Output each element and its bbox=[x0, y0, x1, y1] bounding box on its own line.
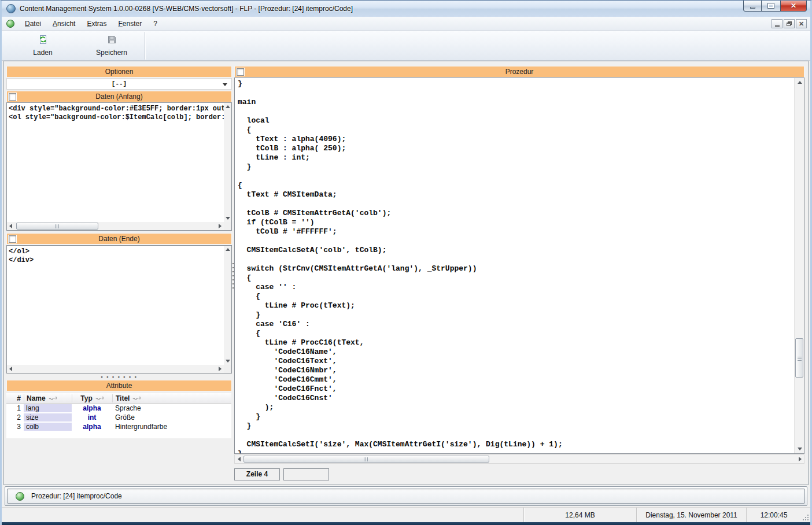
speichern-label: Speichern bbox=[96, 49, 127, 57]
daten-anfang-checkbox[interactable] bbox=[9, 93, 16, 101]
restore-icon bbox=[787, 21, 792, 26]
scroll-up-icon[interactable] bbox=[795, 78, 804, 87]
attribute-table: # Name Typ Titel 1 la bbox=[6, 393, 231, 438]
laden-button[interactable]: Laden bbox=[11, 33, 75, 58]
squiggle-sort-icon bbox=[132, 394, 141, 402]
squiggle-sort-icon bbox=[49, 394, 57, 402]
table-row[interactable]: 2 size int Größe bbox=[6, 413, 231, 422]
menu-item-help[interactable]: ? bbox=[147, 18, 163, 29]
mdi-close-button[interactable]: ✕ bbox=[796, 19, 807, 28]
taskbar-item[interactable]: Prozedur: [24] itemproc/Code bbox=[7, 489, 805, 504]
mdi-restore-button[interactable] bbox=[784, 19, 795, 28]
window-bottom-border bbox=[2, 522, 810, 525]
menu-item-datei[interactable]: Datei bbox=[19, 18, 47, 29]
left-panel: Optionen [--] Daten (Anfang) <div style=… bbox=[6, 66, 232, 482]
line-indicator: Zeile 4 bbox=[234, 468, 280, 480]
prozedur-header: Prozedur bbox=[234, 66, 804, 77]
editor-status-row: Zeile 4 bbox=[234, 468, 329, 480]
vertical-scrollbar[interactable] bbox=[224, 246, 231, 365]
scroll-left-icon[interactable] bbox=[235, 455, 243, 463]
status-time: 12:00:45 bbox=[746, 508, 801, 523]
scrollbar-corner bbox=[224, 365, 231, 373]
horizontal-splitter-handle[interactable]: ▪ ▪ ▪ ▪ ▪ ▪ ▪ bbox=[6, 375, 232, 379]
globe-icon bbox=[6, 4, 16, 13]
daten-anfang-box: <div style="background-color:#E3E5FF; bo… bbox=[6, 102, 232, 231]
optionen-dropdown[interactable]: [--] bbox=[6, 78, 232, 90]
scroll-up-icon[interactable] bbox=[224, 246, 231, 253]
window-title: Content Management System 1.0.00-0268 [V… bbox=[20, 5, 353, 13]
mdi-taskbar: Prozedur: [24] itemproc/Code bbox=[2, 485, 810, 507]
title-bar[interactable]: Content Management System 1.0.00-0268 [V… bbox=[2, 1, 810, 17]
menu-item-fenster[interactable]: Fenster bbox=[112, 18, 147, 29]
status-box-empty bbox=[283, 468, 329, 480]
resize-grip[interactable] bbox=[801, 508, 810, 523]
code-panel: Prozedur } main local { tText : alpha(40… bbox=[234, 66, 804, 482]
table-row[interactable]: 3 colb alpha Hintergrundfarbe bbox=[6, 422, 231, 431]
scroll-right-icon[interactable] bbox=[796, 455, 804, 463]
daten-ende-header: Daten (Ende) bbox=[6, 233, 232, 245]
scrollbar-thumb[interactable] bbox=[795, 338, 803, 378]
scroll-right-icon[interactable] bbox=[216, 222, 224, 230]
memory-usage: 12,64 MB bbox=[523, 508, 636, 523]
attribute-title: Attribute bbox=[106, 382, 132, 390]
daten-anfang-header: Daten (Anfang) bbox=[6, 91, 232, 102]
scroll-left-icon[interactable] bbox=[7, 365, 14, 373]
speichern-button[interactable]: Speichern bbox=[80, 33, 143, 58]
horizontal-scrollbar[interactable] bbox=[234, 454, 804, 464]
laden-label: Laden bbox=[33, 49, 52, 57]
vertical-scrollbar[interactable] bbox=[794, 78, 804, 453]
table-header-row[interactable]: # Name Typ Titel bbox=[6, 393, 231, 404]
vertical-scrollbar[interactable] bbox=[224, 103, 231, 222]
column-header-typ[interactable]: Typ bbox=[72, 394, 112, 402]
horizontal-scrollbar[interactable] bbox=[7, 222, 224, 230]
squiggle-sort-icon bbox=[95, 394, 104, 402]
maximize-button[interactable] bbox=[762, 1, 780, 12]
taskbar-item-label: Prozedur: [24] itemproc/Code bbox=[31, 492, 122, 500]
scroll-down-icon[interactable] bbox=[224, 215, 231, 222]
menu-item-ansicht[interactable]: Ansicht bbox=[47, 18, 81, 29]
code-editor-box: } main local { tText : alpha(4096); tCol… bbox=[234, 77, 804, 454]
daten-anfang-title: Daten (Anfang) bbox=[95, 93, 142, 101]
attribute-header: Attribute bbox=[6, 380, 232, 391]
green-orb-icon bbox=[6, 20, 14, 28]
status-section-empty bbox=[2, 508, 523, 523]
daten-ende-box: </ol> </div> bbox=[6, 245, 232, 374]
chevron-down-icon bbox=[223, 83, 227, 86]
scrollbar-thumb[interactable] bbox=[243, 456, 489, 463]
mdi-minimize-button[interactable] bbox=[772, 19, 783, 28]
reload-document-icon bbox=[38, 35, 48, 47]
daten-ende-checkbox[interactable] bbox=[9, 235, 16, 243]
scrollbar-thumb[interactable] bbox=[16, 223, 98, 230]
horizontal-scrollbar[interactable] bbox=[7, 365, 224, 373]
toolbar: Laden Speichern bbox=[2, 31, 810, 61]
scroll-down-icon[interactable] bbox=[224, 357, 231, 365]
minimize-button[interactable] bbox=[743, 1, 762, 12]
scroll-up-icon[interactable] bbox=[224, 103, 231, 110]
prozedur-title: Prozedur bbox=[505, 68, 534, 76]
column-header-titel[interactable]: Titel bbox=[112, 394, 231, 402]
menu-item-extras[interactable]: Extras bbox=[81, 18, 112, 29]
close-button[interactable]: ✕ bbox=[780, 1, 807, 12]
dropdown-value: [--] bbox=[112, 80, 127, 87]
scroll-left-icon[interactable] bbox=[7, 222, 14, 230]
green-orb-icon bbox=[16, 492, 24, 501]
minimize-icon bbox=[775, 25, 780, 27]
close-icon: ✕ bbox=[791, 1, 796, 11]
column-header-name[interactable]: Name bbox=[24, 394, 72, 402]
code-editor[interactable]: } main local { tText : alpha(4096); tCol… bbox=[235, 78, 794, 453]
toolbar-divider bbox=[145, 32, 146, 60]
daten-anfang-input[interactable]: <div style="background-color:#E3E5FF; bo… bbox=[7, 103, 224, 222]
close-icon: ✕ bbox=[799, 20, 804, 28]
prozedur-checkbox[interactable] bbox=[237, 68, 244, 76]
column-header-num[interactable]: # bbox=[6, 394, 24, 402]
daten-ende-input[interactable]: </ol> </div> bbox=[7, 246, 224, 365]
optionen-header: Optionen bbox=[6, 66, 232, 77]
optionen-title: Optionen bbox=[105, 68, 134, 76]
scroll-right-icon[interactable] bbox=[216, 365, 224, 373]
table-row[interactable]: 1 lang alpha Sprache bbox=[6, 404, 231, 413]
scroll-down-icon[interactable] bbox=[795, 445, 804, 453]
window-controls: ✕ bbox=[743, 1, 807, 12]
scrollbar-corner bbox=[224, 222, 231, 230]
app-window: Content Management System 1.0.00-0268 [V… bbox=[0, 0, 812, 525]
status-date: Dienstag, 15. November 2011 bbox=[636, 508, 746, 523]
